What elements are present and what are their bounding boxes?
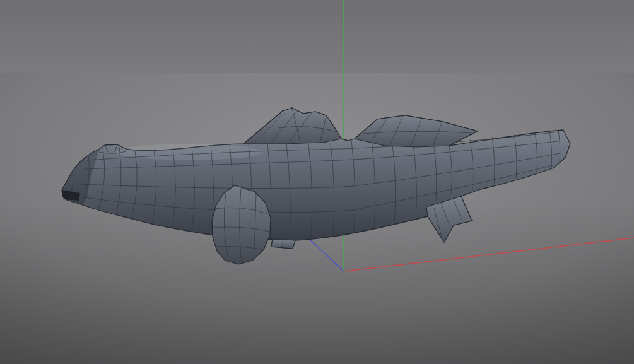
viewport-3d[interactable] (0, 0, 634, 364)
viewport-canvas[interactable] (0, 0, 634, 364)
